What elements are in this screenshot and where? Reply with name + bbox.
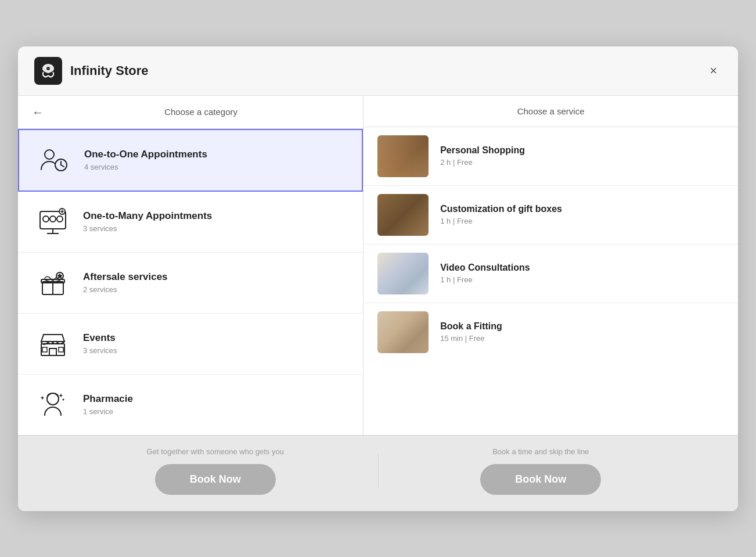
service-name-video-consultations: Video Consultations	[440, 263, 530, 273]
category-icon-aftersale	[34, 264, 71, 301]
service-item-gift-boxes[interactable]: Customization of gift boxes 1 h | Free	[363, 186, 738, 245]
logo-box	[34, 57, 62, 85]
footer-area: Get together with someone who gets you B…	[18, 435, 738, 511]
category-name-aftersale: Aftersale services	[83, 271, 168, 283]
left-panel-header: ← Choose a category	[18, 96, 363, 129]
category-name-one-to-many: One-to-Many Appointments	[83, 210, 212, 222]
category-item-aftersale[interactable]: Aftersale services 2 services	[18, 253, 363, 314]
svg-rect-20	[42, 347, 47, 352]
category-item-one-to-many[interactable]: One-to-Many Appointments 3 services	[18, 192, 363, 253]
header-left: Infinity Store	[34, 57, 148, 85]
close-button[interactable]: ×	[705, 62, 722, 80]
book-now-button-right[interactable]: Book Now	[480, 464, 601, 495]
category-text-aftersale: Aftersale services 2 services	[83, 271, 168, 294]
page-wrapper: Infinity Store × ← Choose a category	[0, 0, 756, 557]
back-button[interactable]: ←	[32, 106, 44, 118]
service-meta-book-fitting: 15 min | Free	[440, 334, 502, 343]
service-thumb-video-consultations	[377, 253, 429, 294]
category-count-pharmacie: 1 service	[83, 407, 133, 416]
category-name-pharmacie: Pharmacie	[83, 393, 133, 405]
service-info-book-fitting: Book a Fitting 15 min | Free	[440, 321, 502, 343]
category-text-one-to-one: One-to-One Appointments 4 services	[84, 149, 207, 171]
service-info-video-consultations: Video Consultations 1 h | Free	[440, 263, 530, 284]
person-clock-icon	[38, 144, 70, 177]
category-icon-one-to-one	[35, 142, 73, 179]
modal-header: Infinity Store ×	[18, 46, 738, 96]
svg-point-1	[45, 150, 54, 159]
footer-left-col: Get together with someone who gets you B…	[53, 447, 378, 495]
svg-line-4	[61, 165, 64, 167]
gift-star-icon	[37, 267, 69, 299]
svg-point-10	[57, 216, 63, 222]
svg-rect-18	[41, 344, 64, 355]
logo-icon	[39, 62, 57, 80]
store-name: Infinity Store	[70, 63, 148, 78]
category-item-one-to-one[interactable]: One-to-One Appointments 4 services	[18, 129, 363, 192]
category-count-events: 3 services	[83, 346, 117, 355]
service-name-personal-shopping: Personal Shopping	[440, 145, 525, 156]
category-text-one-to-many: One-to-Many Appointments 3 services	[83, 210, 212, 233]
svg-point-22	[47, 393, 59, 405]
svg-point-9	[50, 216, 56, 222]
service-name-book-fitting: Book a Fitting	[440, 321, 502, 332]
footer-right-tagline: Book a time and skip the line	[492, 447, 589, 456]
group-screen-icon	[37, 206, 69, 238]
left-panel: ← Choose a category	[18, 96, 363, 435]
service-thumb-book-fitting	[377, 311, 429, 353]
category-text-events: Events 3 services	[83, 332, 117, 355]
service-meta-gift-boxes: 1 h | Free	[440, 217, 562, 225]
service-meta-video-consultations: 1 h | Free	[440, 275, 530, 284]
service-list: Personal Shopping 2 h | Free Customizati…	[363, 127, 738, 435]
svg-point-8	[43, 216, 49, 222]
category-count-one-to-one: 4 services	[84, 163, 207, 171]
category-item-pharmacie[interactable]: Pharmacie 1 service	[18, 375, 363, 435]
svg-rect-21	[59, 347, 63, 352]
category-icon-events	[34, 325, 71, 362]
store-icon	[37, 328, 69, 360]
modal-body: ← Choose a category	[18, 96, 738, 435]
category-item-events[interactable]: Events 3 services	[18, 314, 363, 375]
footer-left-tagline: Get together with someone who gets you	[147, 447, 284, 456]
category-count-aftersale: 2 services	[83, 285, 168, 294]
right-panel-title: Choose a service	[377, 106, 724, 116]
service-name-gift-boxes: Customization of gift boxes	[440, 204, 562, 214]
category-icon-pharmacie	[34, 386, 71, 423]
service-item-book-fitting[interactable]: Book a Fitting 15 min | Free	[363, 303, 738, 361]
service-meta-personal-shopping: 2 h | Free	[440, 158, 525, 167]
category-icon-one-to-many	[34, 203, 71, 240]
service-thumb-personal-shopping	[377, 135, 429, 177]
svg-point-0	[46, 67, 50, 70]
service-thumb-gift-boxes	[377, 194, 429, 236]
left-panel-title: Choose a category	[53, 107, 349, 117]
service-info-personal-shopping: Personal Shopping 2 h | Free	[440, 145, 525, 167]
category-count-one-to-many: 3 services	[83, 224, 212, 233]
modal: Infinity Store × ← Choose a category	[18, 46, 738, 511]
book-now-button-left[interactable]: Book Now	[155, 464, 276, 495]
category-name-one-to-one: One-to-One Appointments	[84, 149, 207, 160]
category-list: One-to-One Appointments 4 services	[18, 129, 363, 435]
footer-right-col: Book a time and skip the line Book Now	[379, 447, 704, 495]
service-item-video-consultations[interactable]: Video Consultations 1 h | Free	[363, 245, 738, 303]
right-panel: Choose a service Personal Shopping 2 h |…	[363, 96, 738, 435]
svg-rect-19	[49, 348, 56, 355]
category-text-pharmacie: Pharmacie 1 service	[83, 393, 133, 416]
right-panel-header: Choose a service	[363, 96, 738, 127]
service-item-personal-shopping[interactable]: Personal Shopping 2 h | Free	[363, 127, 738, 186]
service-info-gift-boxes: Customization of gift boxes 1 h | Free	[440, 204, 562, 225]
person-sparkle-icon	[37, 389, 69, 421]
category-name-events: Events	[83, 332, 117, 344]
